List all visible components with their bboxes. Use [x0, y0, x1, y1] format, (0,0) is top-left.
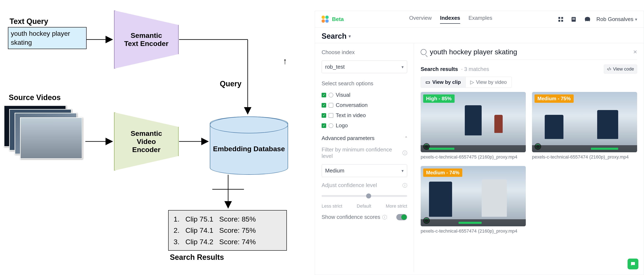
choose-index-label: Choose index	[322, 49, 407, 55]
svg-rect-9	[561, 17, 563, 19]
search-options-label: Select search options	[322, 80, 407, 87]
topbar-right: Rob Gonsalves ▾	[558, 16, 637, 22]
option-visual[interactable]: ✓ Visual	[322, 92, 407, 98]
chevron-down-icon: ▾	[402, 64, 404, 69]
clip-icon: ▭	[426, 79, 430, 85]
option-label: Logo	[336, 122, 348, 129]
confidence-badge: High - 85%	[423, 94, 454, 103]
camera-icon	[329, 123, 333, 128]
top-nav: Overview Indexes Examples	[409, 15, 492, 24]
tab-label: View by clip	[432, 79, 461, 85]
source-videos-label: Source Videos	[9, 93, 60, 102]
nav-indexes[interactable]: Indexes	[440, 15, 460, 24]
result-row: 2. Clip 74.1 Score: 75%	[174, 225, 282, 236]
grid-view-icon[interactable]	[558, 16, 565, 22]
search-icon	[421, 49, 426, 55]
option-conversation[interactable]: ✓ Conversation	[322, 102, 407, 108]
slider-labels: Less strict Default More strict	[322, 204, 407, 209]
results-header: Search results · 3 matches ‹/› View code	[421, 64, 637, 74]
section-title-dropdown[interactable]: Search▾	[322, 32, 637, 40]
slider-min-label: Less strict	[322, 204, 342, 209]
results-heading: Search results	[421, 66, 458, 72]
svg-rect-13	[572, 18, 575, 18]
option-text-in-video[interactable]: ✓ Text in video	[322, 112, 407, 119]
option-label: Conversation	[336, 102, 368, 108]
toggle-knob	[401, 215, 407, 220]
video-thumbnails-stack	[4, 105, 83, 164]
result-clip[interactable]: High - 85% pexels-c-technical-6557475 (2…	[421, 92, 526, 160]
clip-timeline[interactable]	[421, 145, 526, 152]
info-icon[interactable]: i	[402, 183, 407, 188]
clear-search-icon[interactable]: ×	[633, 48, 637, 56]
mouse-cursor-icon: ⭡	[282, 58, 287, 63]
embedding-db: Embedding Database	[210, 116, 288, 175]
clip-timeline[interactable]	[532, 145, 637, 152]
chat-icon	[630, 261, 636, 267]
svg-rect-14	[572, 19, 575, 19]
nav-overview[interactable]: Overview	[409, 15, 432, 24]
brand-tag: Beta	[332, 16, 344, 22]
user-name: Rob Gonsalves	[596, 16, 634, 22]
show-scores-row: Show confidence scores i	[322, 214, 407, 220]
option-label: Text in video	[336, 112, 366, 119]
user-menu[interactable]: Rob Gonsalves ▾	[596, 16, 637, 22]
docs-icon[interactable]	[570, 16, 578, 22]
search-input[interactable]	[430, 48, 630, 56]
clip-timeline[interactable]	[421, 219, 526, 226]
video-search-app: Beta Overview Indexes Examples Rob Gonsa…	[315, 11, 644, 275]
option-logo[interactable]: ✓ Logo	[322, 122, 407, 129]
tab-view-by-video[interactable]: ▷ View by video	[466, 76, 512, 88]
text-query-label: Text Query	[10, 17, 48, 26]
eye-icon	[329, 93, 333, 97]
show-scores-toggle[interactable]	[396, 214, 407, 220]
video-encoder-block: Semantic Video Encoder	[114, 112, 178, 171]
checkbox-icon: ✓	[322, 123, 326, 128]
clip-thumbnail: Medium - 75%	[532, 92, 637, 152]
clip-filename: pexels-c-technical-6557474 (2160p)_proxy…	[532, 154, 637, 160]
slider-thumb[interactable]	[366, 194, 371, 199]
search-sidebar: Choose index rob_test ▾ Select search op…	[315, 43, 414, 272]
result-clip[interactable]: Medium - 74% pexels-c-technical-6557474 …	[421, 166, 526, 234]
results-meta: Search results · 3 matches	[421, 66, 489, 72]
filter-label: Filter by minimum confidence level	[322, 146, 402, 159]
confidence-badge: Medium - 74%	[423, 169, 462, 177]
confidence-select[interactable]: Medium ▾	[322, 164, 407, 177]
confidence-selected-value: Medium	[325, 167, 344, 174]
svg-rect-10	[558, 20, 560, 22]
confidence-badge: Medium - 75%	[534, 94, 574, 103]
brand: Beta	[322, 15, 344, 23]
clip-filename: pexels-c-technical-6557475 (2160p)_proxy…	[421, 154, 526, 160]
confidence-slider[interactable]	[322, 195, 407, 197]
option-label: Visual	[336, 92, 350, 98]
clip-filename: pexels-c-technical-6557474 (2160p)_proxy…	[421, 228, 526, 234]
chevron-up-icon: ˄	[405, 136, 407, 141]
video-thumb	[20, 117, 82, 159]
result-clip[interactable]: Medium - 75% pexels-c-technical-6557474 …	[532, 92, 637, 160]
advanced-params-toggle[interactable]: Advanced parameters ˄	[322, 135, 407, 141]
info-icon[interactable]: i	[382, 215, 387, 220]
tab-view-by-clip[interactable]: ▭ View by clip	[421, 76, 466, 88]
adjust-label: Adjust confidence level	[322, 182, 377, 189]
chat-fab[interactable]	[628, 259, 638, 270]
slider-max-label: More strict	[386, 204, 407, 209]
info-icon[interactable]: i	[402, 151, 407, 155]
filter-confidence-label-row: Filter by minimum confidence level i	[322, 146, 407, 159]
video-icon: ▷	[470, 79, 474, 85]
results-count: 3 matches	[464, 66, 489, 72]
discord-icon[interactable]	[584, 16, 590, 22]
section-header: Search▾	[315, 28, 644, 43]
search-main: × Search results · 3 matches ‹/› View co…	[414, 43, 644, 272]
tab-label: View by video	[476, 79, 507, 85]
result-row: 1. Clip 75.1 Score: 85%	[174, 213, 282, 225]
index-selected-value: rob_test	[325, 64, 345, 70]
chevron-down-icon: ▾	[402, 168, 404, 173]
query-arrow-label: Query	[220, 79, 242, 88]
index-select[interactable]: rob_test ▾	[322, 60, 407, 73]
brand-logo-icon	[322, 15, 329, 23]
adjust-confidence-row: Adjust confidence level i	[322, 182, 407, 189]
svg-rect-11	[561, 20, 563, 22]
topbar: Beta Overview Indexes Examples Rob Gonsa…	[315, 11, 644, 28]
view-code-button[interactable]: ‹/› View code	[604, 64, 637, 74]
nav-examples[interactable]: Examples	[468, 15, 492, 24]
architecture-diagram: Text Query youth hockey player skating S…	[0, 0, 312, 275]
